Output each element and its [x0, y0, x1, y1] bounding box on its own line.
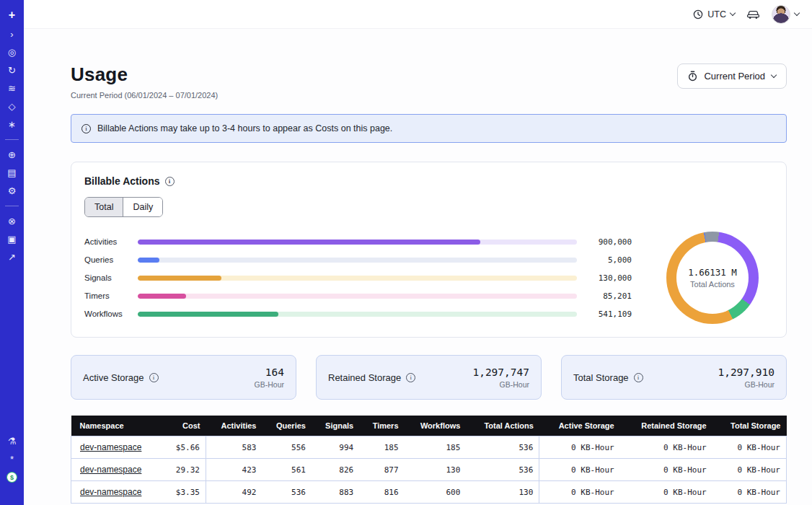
table-cell: $3.35: [163, 481, 206, 504]
support-concierge-button[interactable]: [746, 9, 760, 19]
getting-started-icon[interactable]: ↗: [0, 248, 24, 266]
table-body: dev-namespace$5.665835569941851855360 KB…: [71, 436, 787, 504]
info-icon[interactable]: [406, 373, 415, 382]
bar-fill: [138, 276, 221, 281]
namespace-cell: dev-namespace: [71, 481, 163, 504]
nexus-icon[interactable]: ∗: [0, 115, 24, 133]
history-icon[interactable]: ↻: [0, 61, 24, 79]
info-banner: Billable Actions may take up to 3-4 hour…: [71, 114, 787, 143]
table-column-header: Timers: [359, 416, 404, 436]
bar-category-label: Activities: [84, 237, 129, 246]
clock-icon: [693, 9, 703, 19]
tab-total[interactable]: Total: [85, 198, 123, 216]
info-icon[interactable]: [165, 177, 175, 186]
table-cell: 600: [405, 481, 467, 504]
car-icon: [746, 9, 760, 19]
billing-icon[interactable]: ▤: [0, 164, 24, 182]
table-column-header: Workflows: [405, 416, 467, 436]
storage-summary-row: Active Storage 164 GB-Hour Retained Stor…: [71, 355, 787, 400]
storage-card-value: 1,297,910: [718, 366, 775, 378]
info-icon[interactable]: [634, 373, 643, 382]
bar-category-label: Timers: [84, 291, 129, 300]
table-column-header: Total Actions: [466, 416, 539, 436]
user-menu[interactable]: [772, 5, 799, 24]
bar-value: 130,000: [586, 273, 632, 283]
table-column-header: Cost: [163, 416, 206, 436]
cloud-icon[interactable]: ⊕: [0, 146, 24, 164]
table-cell: 583: [206, 436, 262, 459]
bar-fill: [138, 240, 480, 245]
timezone-selector[interactable]: UTC: [693, 9, 735, 19]
total-actions-label: Total Actions: [690, 280, 735, 289]
table-cell: 185: [405, 436, 467, 459]
chevron-down-icon: [794, 10, 800, 16]
donut-chart: 1.66131 M Total Actions: [666, 232, 759, 324]
main-content: Usage Current Period (06/01/2024 – 07/01…: [24, 29, 812, 505]
namespaces-icon[interactable]: ◎: [0, 43, 24, 61]
bar-value: 900,000: [586, 237, 632, 247]
storage-card-unit: GB-Hour: [718, 380, 775, 389]
table-cell: 556: [262, 436, 311, 459]
stopwatch-icon: [688, 71, 697, 82]
table-cell: 536: [262, 481, 311, 504]
sidebar-divider: [5, 139, 19, 140]
bar-fill: [138, 312, 278, 317]
bar-value: 5,000: [586, 255, 632, 265]
table-column-header: Activities: [206, 416, 262, 436]
table-cell: 423: [206, 459, 262, 481]
bar-value: 541,109: [586, 309, 632, 319]
temporal-logo-icon[interactable]: +: [0, 5, 24, 25]
collapse-sidebar-icon[interactable]: ›: [0, 25, 24, 43]
usage-dollar-icon[interactable]: $: [0, 468, 24, 486]
namespace-link[interactable]: dev-namespace: [80, 442, 141, 452]
bar-row: Queries 5,000: [84, 251, 632, 269]
period-selector-button[interactable]: Current Period: [677, 63, 787, 89]
storage-card-unit: GB-Hour: [472, 380, 529, 389]
storage-card-label: Active Storage: [83, 372, 144, 383]
bar-row: Signals 130,000: [84, 269, 632, 287]
table-cell: 0 KB-Hour: [620, 436, 712, 459]
storage-card-label: Retained Storage: [328, 372, 401, 383]
deployments-icon[interactable]: ◇: [0, 97, 24, 115]
current-period-subtitle: Current Period (06/01/2024 – 07/01/2024): [71, 91, 218, 100]
storage-card-value: 164: [255, 366, 284, 378]
table-row: dev-namespace29.324235618268771305360 KB…: [71, 459, 787, 481]
bar-chart: Activities 900,000 Queries 5,000 Signals…: [84, 233, 632, 323]
storage-card: Total Storage 1,297,910 GB-Hour: [561, 355, 787, 400]
table-column-header: Namespace: [71, 416, 163, 436]
table-cell: 0 KB-Hour: [539, 459, 620, 481]
page-title: Usage: [71, 63, 218, 86]
preview-icon[interactable]: *: [0, 450, 24, 468]
bar-value: 85,201: [586, 291, 632, 301]
docs-icon[interactable]: ▣: [0, 230, 24, 248]
timezone-label: UTC: [707, 9, 726, 19]
bar-track: [138, 276, 577, 281]
bar-fill: [138, 258, 159, 263]
bar-category-label: Queries: [84, 255, 129, 264]
storage-card: Active Storage 164 GB-Hour: [71, 355, 296, 400]
namespace-link[interactable]: dev-namespace: [80, 465, 141, 475]
tab-daily[interactable]: Daily: [123, 198, 162, 216]
settings-icon[interactable]: ⚙: [0, 182, 24, 200]
billable-actions-title: Billable Actions: [84, 175, 160, 187]
info-icon[interactable]: [149, 373, 159, 382]
avatar: [772, 5, 790, 24]
chevron-down-icon: [730, 10, 736, 16]
table-row: dev-namespace$5.665835569941851855360 KB…: [71, 436, 787, 459]
table-cell: 0 KB-Hour: [620, 459, 712, 481]
table-column-header: Total Storage: [712, 416, 787, 436]
task-queues-icon[interactable]: ≋: [0, 79, 24, 97]
labs-icon[interactable]: ⚗: [0, 432, 24, 450]
namespace-link[interactable]: dev-namespace: [80, 487, 141, 497]
table-cell: 536: [466, 436, 539, 459]
namespace-usage-table: NamespaceCostActivitiesQueriesSignalsTim…: [71, 416, 787, 504]
table-cell: 0 KB-Hour: [712, 436, 787, 459]
table-cell: 561: [262, 459, 311, 481]
billable-actions-card: Billable Actions TotalDaily Activities 9…: [71, 162, 787, 338]
table-cell: $5.66: [163, 436, 206, 459]
bar-row: Workflows 541,109: [84, 305, 632, 323]
bar-track: [138, 312, 577, 317]
storage-card: Retained Storage 1,297,747 GB-Hour: [316, 355, 542, 400]
support-icon[interactable]: ⊗: [0, 212, 24, 230]
bar-category-label: Signals: [84, 273, 129, 282]
